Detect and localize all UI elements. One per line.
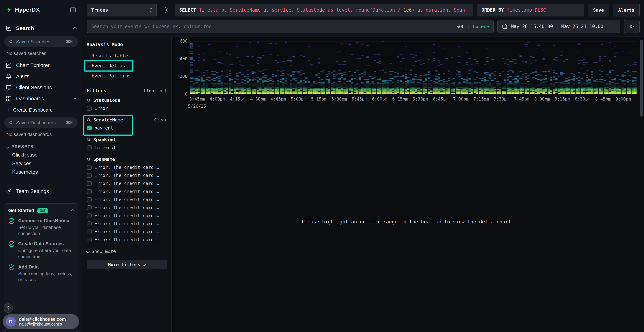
sidebar-item-label: Alerts xyxy=(16,74,29,80)
onboarding-step[interactable]: Connect to ClickHouse Set up your databa… xyxy=(8,218,74,236)
more-filters-button[interactable]: More filters xyxy=(86,260,167,270)
filter-option-error[interactable]: Error xyxy=(86,106,167,111)
heatmap-canvas[interactable] xyxy=(190,41,637,94)
filters-title: Filters xyxy=(86,88,106,94)
source-select[interactable]: Traces xyxy=(86,4,157,16)
chevron-up-icon[interactable] xyxy=(73,97,77,101)
analysis-mode-title: Analysis Mode xyxy=(86,42,167,47)
grid-icon xyxy=(6,96,12,102)
checkbox-icon[interactable] xyxy=(87,106,92,111)
checkbox-icon[interactable] xyxy=(87,173,92,178)
analysis-mode-list: Results Table Event Deltas Event Pattern… xyxy=(86,51,167,81)
filter-option-spanname[interactable]: Error: The credit card … xyxy=(86,173,167,178)
x-tick-label: 4:30pm xyxy=(250,96,266,102)
sql-expression: ) as duration, Span xyxy=(412,7,465,13)
checkbox-icon[interactable] xyxy=(87,181,92,186)
lucene-mode-toggle[interactable]: Lucene xyxy=(473,24,489,29)
onboarding-step-desc: Set up your database connection xyxy=(18,224,73,237)
chevron-up-icon[interactable] xyxy=(71,209,74,213)
sql-select-editor[interactable]: SELECTTimestamp, ServiceName as service,… xyxy=(174,4,473,16)
save-button[interactable]: Save xyxy=(588,4,609,16)
mode-separator: | xyxy=(468,24,470,29)
onboarding-step[interactable]: Add Data Start sending logs, metrics, or… xyxy=(8,264,74,283)
filter-option-spanname[interactable]: Error: The credit card … xyxy=(86,229,167,234)
no-saved-searches-text: No saved searches xyxy=(0,48,82,60)
x-tick-label: 4:45pm xyxy=(270,96,286,102)
clear-all-button[interactable]: Clear all xyxy=(144,88,167,93)
search-input[interactable]: Search your events w/ Lucene ex. column:… xyxy=(86,20,494,33)
checkbox-icon[interactable] xyxy=(87,214,92,218)
presets-toggle[interactable]: PRESETS xyxy=(0,141,82,150)
collapse-sidebar-icon[interactable] xyxy=(70,6,76,13)
checkbox-icon[interactable] xyxy=(87,230,92,234)
checkbox-icon[interactable] xyxy=(87,189,92,194)
saved-searches-input[interactable]: Saved Searches ⌘K xyxy=(4,36,78,47)
checkbox-checked-icon[interactable] xyxy=(87,126,92,130)
filter-option-internal[interactable]: Internal xyxy=(86,145,167,150)
delta-chart-empty-state: Please highlight an outlier range in the… xyxy=(172,111,644,332)
run-query-button[interactable] xyxy=(624,20,640,33)
sidebar-item-preset-kubernetes[interactable]: Kubernetes xyxy=(0,168,82,176)
sidebar-item-alerts[interactable]: Alerts xyxy=(0,71,82,82)
onboarding-step[interactable]: Create Data Sources Configure where your… xyxy=(8,241,74,260)
sidebar-item-preset-services[interactable]: Services xyxy=(0,159,82,168)
clear-servicename-button[interactable]: Clear xyxy=(154,118,167,122)
filter-option-payment[interactable]: payment xyxy=(86,126,167,130)
filter-option-spanname[interactable]: Error: The credit card … xyxy=(86,213,167,218)
get-started-title: Get Started xyxy=(8,208,34,214)
chevron-down-icon xyxy=(86,250,90,253)
create-dashboard-button[interactable]: + Create Dashboard xyxy=(0,104,82,114)
get-started-header[interactable]: Get Started 3/3 xyxy=(8,208,74,214)
search-icon xyxy=(86,157,91,162)
onboarding-step-title: Connect to ClickHouse xyxy=(18,218,73,224)
saved-dashboards-input[interactable]: Saved Dashboards ⌘K xyxy=(4,117,78,128)
gear-icon xyxy=(162,7,169,13)
filter-option-spanname[interactable]: Error: The credit card … xyxy=(86,197,167,202)
scrollbar[interactable] xyxy=(640,40,643,117)
checkbox-icon[interactable] xyxy=(87,197,92,202)
select-arrows-icon xyxy=(150,8,152,12)
search-icon xyxy=(86,138,91,142)
sidebar-item-team-settings[interactable]: Team Settings xyxy=(0,186,82,197)
sidebar-item-preset-clickhouse[interactable]: ClickHouse xyxy=(0,150,82,159)
search-icon xyxy=(9,40,13,44)
x-tick-label: 3:45pm xyxy=(189,96,205,102)
filter-option-spanname[interactable]: Error: The credit card … xyxy=(86,205,167,210)
help-button[interactable]: ? xyxy=(4,304,13,313)
checkbox-icon[interactable] xyxy=(87,165,92,170)
time-range-picker[interactable]: May 26 15:40:00 - May 26 21:10:00 xyxy=(497,20,620,33)
analysis-mode-option-event-deltas[interactable]: Event Deltas xyxy=(86,61,167,71)
analysis-mode-option-event-patterns[interactable]: Event Patterns xyxy=(86,71,167,81)
check-circle-icon xyxy=(8,241,15,260)
filter-option-spanname[interactable]: Error: The credit card … xyxy=(86,221,167,226)
checkbox-icon[interactable] xyxy=(87,205,92,210)
analysis-mode-option-results-table[interactable]: Results Table xyxy=(86,51,167,61)
source-settings-button[interactable] xyxy=(160,4,171,16)
checkbox-icon[interactable] xyxy=(87,222,92,226)
sql-mode-toggle[interactable]: SQL xyxy=(456,24,464,29)
show-more-button[interactable]: Show more xyxy=(86,249,167,254)
sidebar-item-search[interactable]: Search xyxy=(0,22,82,34)
alerts-button[interactable]: Alerts xyxy=(613,4,640,16)
checkbox-icon[interactable] xyxy=(87,238,92,242)
x-tick-label: 7:15pm xyxy=(473,96,489,102)
time-range-value: May 26 15:40:00 - May 26 21:10:00 xyxy=(511,24,604,29)
filter-option-spanname[interactable]: Error: The credit card … xyxy=(86,237,167,242)
sidebar-item-client-sessions[interactable]: Client Sessions xyxy=(0,82,82,93)
x-tick-label: 7:45pm xyxy=(514,96,530,102)
analysis-mode-option-label: Event Deltas xyxy=(92,63,125,68)
filters-panel: Analysis Mode Results Table Event Deltas… xyxy=(82,37,172,332)
chevron-up-icon[interactable] xyxy=(73,27,77,30)
filter-option-spanname[interactable]: Error: The credit card … xyxy=(86,165,167,170)
y-tick-label: 200 xyxy=(180,74,188,79)
sidebar-item-chart-explorer[interactable]: Chart Explorer xyxy=(0,60,82,71)
duration-heatmap: 6004002000 3:45pm4:00pm4:15pm4:30pm4:45p… xyxy=(172,37,644,111)
order-by-editor[interactable]: ORDER BYTimestamp DESC xyxy=(477,4,584,16)
user-menu[interactable]: D dale@clickhouse.com dale@clickhouse.co… xyxy=(3,314,79,329)
x-tick-label: 7:30pm xyxy=(494,96,509,102)
filter-option-spanname[interactable]: Error: The credit card … xyxy=(86,181,167,186)
checkbox-icon[interactable] xyxy=(87,146,92,150)
filter-option-spanname[interactable]: Error: The credit card … xyxy=(86,189,167,194)
sidebar-item-dashboards[interactable]: Dashboards xyxy=(0,93,82,104)
x-tick-label: 8:00pm xyxy=(534,96,550,102)
